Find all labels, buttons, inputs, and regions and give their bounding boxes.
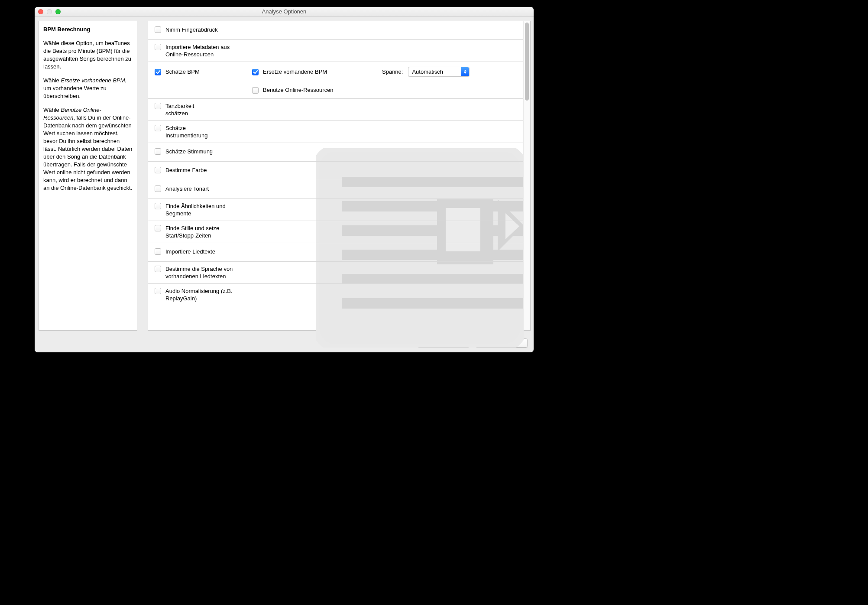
dialog-footer: Analysieren Abbrechen bbox=[35, 333, 534, 352]
analyze-button[interactable]: Analysieren bbox=[418, 338, 470, 348]
option-label: Importiere Liedtexte bbox=[165, 248, 215, 255]
help-em: Ersetze vorhandene BPM bbox=[61, 77, 125, 84]
option-label: Benutze Online-Ressourcen bbox=[263, 86, 334, 94]
scrollbar-thumb[interactable] bbox=[525, 23, 529, 101]
bpm-range-label: Spanne: bbox=[382, 68, 403, 75]
checkbox-color[interactable] bbox=[155, 167, 161, 173]
help-para-1: Wähle diese Option, um beaTunes die Beat… bbox=[43, 39, 133, 71]
option-label: Schätze Stimmung bbox=[165, 148, 213, 155]
option-key[interactable]: Analysiere Tonart bbox=[148, 180, 523, 199]
option-label: Audio Normalisierung (z.B. ReplayGain) bbox=[165, 287, 235, 302]
scrollbar[interactable] bbox=[523, 21, 530, 330]
content-area: BPM Berechnung Wähle diese Option, um be… bbox=[35, 17, 534, 333]
option-label: Finde Ähnlichkeiten und Segmente bbox=[165, 202, 226, 217]
checkbox-bpm-replace[interactable] bbox=[252, 69, 259, 75]
help-text: Wähle bbox=[43, 107, 61, 113]
cancel-button[interactable]: Abbrechen bbox=[476, 338, 528, 348]
option-label: Nimm Fingerabdruck bbox=[165, 26, 218, 33]
help-pane: BPM Berechnung Wähle diese Option, um be… bbox=[39, 21, 137, 331]
checkbox-key[interactable] bbox=[155, 185, 161, 192]
checkbox-mood[interactable] bbox=[155, 148, 161, 155]
option-label: Bestimme die Sprache von vorhandenen Lie… bbox=[165, 265, 243, 280]
checkbox-similar[interactable] bbox=[155, 203, 161, 209]
close-icon[interactable] bbox=[38, 9, 43, 14]
help-text: , falls Du in der Online-Datenbank nach … bbox=[43, 114, 132, 191]
titlebar: Analyse Optionen bbox=[35, 7, 534, 17]
checkbox-lyrics[interactable] bbox=[155, 248, 161, 255]
option-fingerprint[interactable]: Nimm Fingerabdruck bbox=[148, 21, 523, 40]
option-metadata[interactable]: Importiere Metadaten aus Online-Ressourc… bbox=[148, 40, 523, 62]
option-bpm[interactable]: Schätze BPM Ersetze vorhandene BPM Spann… bbox=[148, 62, 523, 99]
help-para-2: Wähle Ersetze vorhandene BPM, um vorhand… bbox=[43, 77, 133, 100]
option-label: Bestimme Farbe bbox=[165, 166, 207, 174]
checkbox-metadata[interactable] bbox=[155, 44, 161, 50]
option-silence[interactable]: Finde Stille und setze Start/Stopp-Zeite… bbox=[148, 221, 523, 243]
option-instrumentation[interactable]: Schätze Instrumentierung bbox=[148, 121, 523, 143]
option-normalize[interactable]: Audio Normalisierung (z.B. ReplayGain) bbox=[148, 284, 523, 306]
option-label: Importiere Metadaten aus Online-Ressourc… bbox=[165, 43, 239, 58]
option-label: Ersetze vorhandene BPM bbox=[263, 68, 327, 75]
minimize-icon bbox=[47, 9, 52, 14]
checkbox-language[interactable] bbox=[155, 266, 161, 272]
option-lyrics[interactable]: Importiere Liedtexte bbox=[148, 243, 523, 262]
option-language[interactable]: Bestimme die Sprache von vorhandenen Lie… bbox=[148, 262, 523, 284]
zoom-icon[interactable] bbox=[55, 9, 61, 14]
dialog-window: Analyse Optionen BPM Berechnung Wähle di… bbox=[35, 7, 534, 352]
traffic-lights bbox=[38, 9, 61, 14]
checkbox-instrumentation[interactable] bbox=[155, 125, 161, 131]
option-label: Schätze BPM bbox=[165, 68, 200, 75]
checkbox-bpm[interactable] bbox=[155, 69, 161, 75]
checkbox-bpm-online[interactable] bbox=[252, 87, 259, 94]
checkbox-silence[interactable] bbox=[155, 225, 161, 231]
checkbox-danceability[interactable] bbox=[155, 103, 161, 109]
select-arrows-icon bbox=[461, 67, 469, 76]
select-value: Automatisch bbox=[408, 67, 461, 76]
checkbox-fingerprint[interactable] bbox=[155, 26, 161, 33]
help-text: Wähle bbox=[43, 77, 61, 84]
option-label: Tanzbarkeit schätzen bbox=[165, 102, 209, 117]
option-label: Analysiere Tonart bbox=[165, 185, 209, 192]
help-heading: BPM Berechnung bbox=[43, 26, 133, 33]
option-label: Schätze Instrumentierung bbox=[165, 124, 226, 139]
options-list: Nimm Fingerabdruck Importiere Metadaten … bbox=[148, 21, 523, 330]
option-danceability[interactable]: Tanzbarkeit schätzen bbox=[148, 99, 523, 121]
option-mood[interactable]: Schätze Stimmung bbox=[148, 143, 523, 162]
option-similar[interactable]: Finde Ähnlichkeiten und Segmente bbox=[148, 199, 523, 221]
help-para-3: Wähle Benutze Online-Ressourcen, falls D… bbox=[43, 106, 133, 192]
window-title: Analyse Optionen bbox=[262, 8, 307, 15]
option-color[interactable]: Bestimme Farbe bbox=[148, 162, 523, 180]
checkbox-normalize[interactable] bbox=[155, 288, 161, 294]
options-pane: Nimm Fingerabdruck Importiere Metadaten … bbox=[148, 21, 531, 331]
bpm-range-select[interactable]: Automatisch bbox=[408, 67, 470, 77]
option-label: Finde Stille und setze Start/Stopp-Zeite… bbox=[165, 224, 235, 239]
